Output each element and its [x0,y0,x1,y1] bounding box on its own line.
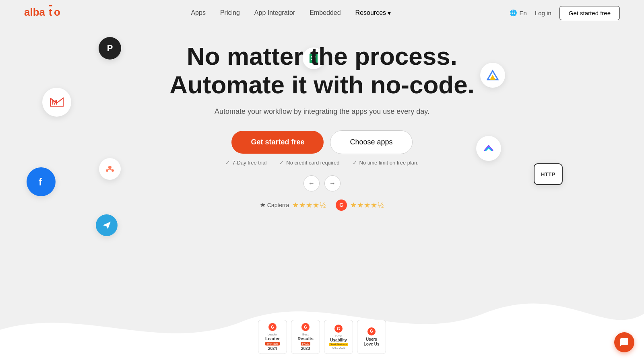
g2-rating: G ★★★★½ [336,200,384,211]
g2-logo: G [336,200,347,211]
svg-text:alba: alba [24,6,45,18]
check-free-trial: ✓ 7-Day free trial [225,160,266,166]
nav-embedded[interactable]: Embedded [310,9,341,16]
language-selector[interactable]: 🌐 En [510,9,527,16]
g2-badge-icon: G [301,323,310,331]
hero-section: No matter the process. Automate it with … [0,26,644,211]
nav-pricing[interactable]: Pricing [220,9,240,16]
globe-icon: 🌐 [510,9,517,16]
nav-resources[interactable]: Resources ▾ [355,9,391,17]
nav-right: 🌐 En Log in Get started free [510,6,620,20]
carousel-arrows: ← → [303,175,341,191]
ratings-section: Capterra ★★★★½ G ★★★★½ [260,200,384,211]
hero-trust-indicators: ✓ 7-Day free trial ✓ No credit card requ… [225,160,419,166]
check-no-time-limit: ✓ No time limit on free plan. [353,160,419,166]
badge-best-results: G Best Results FALL 2023 [291,320,320,354]
capterra-logo: Capterra [260,202,289,208]
next-arrow-button[interactable]: → [324,175,341,191]
g2-badge-icon: G [367,327,376,335]
svg-text:t: t [49,6,52,18]
badge-leader: G Leader Leader WINTER 2024 [258,320,287,354]
badge-best-usability: G Best Usability Small Business FALL 202… [324,320,353,354]
capterra-stars: ★★★★½ [292,201,326,210]
awards-badges: G Leader Leader WINTER 2024 G Best Resul… [258,320,386,354]
svg-marker-16 [260,203,265,207]
logo[interactable]: alba t o [24,5,72,21]
capterra-rating: Capterra ★★★★½ [260,201,326,210]
hero-get-started-button[interactable]: Get started free [231,131,324,154]
checkmark-icon: ✓ [353,160,357,166]
check-no-credit-card: ✓ No credit card required [279,160,339,166]
hero-title: No matter the process. Automate it with … [169,42,475,99]
chat-button[interactable] [614,332,634,352]
nav-app-integrator[interactable]: App Integrator [254,9,295,16]
hero-choose-apps-button[interactable]: Choose apps [330,130,412,154]
nav-links: Apps Pricing App Integrator Embedded Res… [191,9,391,17]
g2-badge-icon: G [268,323,277,331]
navbar: alba t o Apps Pricing App Integrator Emb… [0,0,644,26]
svg-text:o: o [54,6,60,18]
get-started-button[interactable]: Get started free [559,6,620,20]
prev-arrow-button[interactable]: ← [303,175,320,191]
checkmark-icon: ✓ [279,160,284,166]
hero-subtitle: Automate your workflow by integrating th… [215,107,429,116]
g2-stars: ★★★★½ [350,201,384,210]
chevron-down-icon: ▾ [388,9,391,17]
checkmark-icon: ✓ [225,160,230,166]
floating-icon-telegram [96,214,118,236]
login-link[interactable]: Log in [535,10,551,16]
g2-badge-icon: G [334,325,343,333]
badge-users-love-us: G UsersLove Us [357,320,386,354]
hero-buttons: Get started free Choose apps [231,130,412,154]
nav-apps[interactable]: Apps [191,9,205,16]
